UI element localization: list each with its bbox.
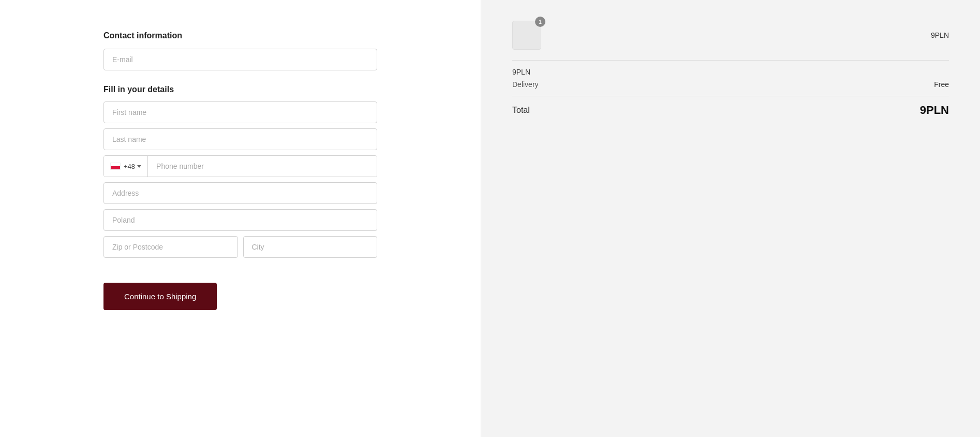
zip-city-row (103, 236, 377, 258)
item-quantity-badge: 1 (535, 17, 545, 27)
phone-prefix-selector[interactable]: +48 (104, 156, 148, 177)
subtotal-value: 9PLN (512, 68, 530, 76)
details-section: Fill in your details +48 (103, 85, 377, 258)
email-group (103, 49, 377, 70)
divider-2 (512, 96, 949, 96)
country-input[interactable] (103, 209, 377, 231)
chevron-down-icon (137, 165, 141, 168)
flag-poland-icon (110, 163, 121, 170)
first-name-group (103, 101, 377, 123)
continue-to-shipping-button[interactable]: Continue to Shipping (103, 283, 217, 310)
city-input[interactable] (243, 236, 378, 258)
email-input[interactable] (103, 49, 377, 70)
total-value: 9PLN (920, 104, 949, 117)
phone-code-label: +48 (124, 163, 135, 170)
first-name-input[interactable] (103, 101, 377, 123)
last-name-group (103, 128, 377, 150)
total-row: Total 9PLN (512, 104, 949, 117)
subtotal-row: 9PLN (512, 68, 949, 76)
delivery-label: Delivery (512, 80, 539, 89)
country-group (103, 209, 377, 231)
cart-item: 1 9PLN (512, 21, 949, 50)
details-title: Fill in your details (103, 85, 377, 94)
divider (512, 60, 949, 61)
delivery-row: Delivery Free (512, 80, 949, 89)
contact-section: Contact information (103, 31, 377, 70)
address-input[interactable] (103, 182, 377, 204)
checkout-form-panel: Contact information Fill in your details… (0, 0, 481, 437)
last-name-input[interactable] (103, 128, 377, 150)
item-image-wrapper: 1 (512, 21, 541, 50)
order-summary-panel: 1 9PLN 9PLN Delivery Free Total 9PLN (481, 0, 980, 437)
phone-input[interactable] (148, 156, 377, 177)
item-price: 9PLN (931, 31, 949, 39)
delivery-value: Free (934, 80, 949, 89)
phone-row: +48 (103, 155, 377, 177)
contact-title: Contact information (103, 31, 377, 40)
total-label: Total (512, 106, 530, 115)
address-group (103, 182, 377, 204)
zip-input[interactable] (103, 236, 238, 258)
